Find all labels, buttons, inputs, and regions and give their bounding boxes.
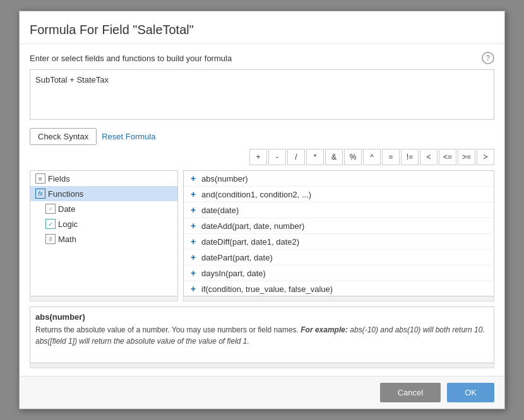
formula-input[interactable]: SubTotal + StateTax: [30, 69, 494, 120]
right-panel: +abs(number)+and(condition1, condition2,…: [183, 170, 494, 296]
function-item[interactable]: +datePart(part, date): [184, 250, 494, 265]
tree-item-label-date: Date: [58, 204, 75, 214]
right-hscroll[interactable]: [183, 296, 494, 301]
tree-item-label-fields: Fields: [48, 174, 70, 184]
function-expand-icon: +: [189, 284, 198, 294]
help-icon[interactable]: ?: [482, 52, 494, 64]
function-expand-icon: +: [189, 205, 198, 215]
function-expand-icon: +: [189, 221, 198, 231]
operator-button-[interactable]: -: [268, 149, 286, 165]
operator-button-[interactable]: %: [344, 149, 362, 165]
panels-row: ≡FieldsfxFunctions✓Date✓Logic#Math +abs(…: [30, 170, 494, 296]
function-expand-icon: +: [189, 189, 198, 199]
cancel-button[interactable]: Cancel: [380, 383, 441, 402]
function-item[interactable]: +date(date): [184, 202, 494, 218]
desc-text-before: Returns the absolute value of a number. …: [35, 325, 299, 334]
tree-item-math[interactable]: #Math: [30, 231, 177, 247]
operator-buttons: +-/*&%^=!=<<=>=>: [30, 149, 494, 165]
check-syntax-button[interactable]: Check Syntax: [30, 128, 97, 145]
tree-item-label-logic: Logic: [58, 219, 78, 229]
function-item[interactable]: +and(condition1, condition2, ...): [184, 187, 494, 202]
description-text: Returns the absolute value of a number. …: [35, 324, 489, 347]
operator-button-[interactable]: *: [306, 149, 324, 165]
tree-item-label-math: Math: [58, 235, 76, 244]
instruction-text: Enter or select fields and functions to …: [30, 54, 232, 63]
function-expand-icon: +: [189, 268, 198, 278]
ok-button[interactable]: OK: [447, 383, 494, 402]
function-label: date(date): [201, 206, 239, 215]
hash-icon: #: [45, 234, 56, 244]
function-label: dateDiff(part, date1, date2): [201, 237, 299, 247]
date-icon: ✓: [45, 204, 56, 214]
function-item[interactable]: +abs(number): [184, 171, 494, 187]
fx-icon: fx: [35, 189, 45, 199]
instruction-row: Enter or select fields and functions to …: [30, 52, 494, 64]
tree-item-label-functions: Functions: [48, 189, 83, 199]
operator-button-[interactable]: &: [325, 149, 343, 165]
button-row: Check Syntax Reset Formula: [30, 128, 494, 145]
logic-icon: ✓: [45, 219, 56, 229]
operator-button-[interactable]: =: [382, 149, 400, 165]
dialog-body: Enter or select fields and functions to …: [20, 44, 504, 376]
function-item[interactable]: +dateAdd(part, date, number): [184, 218, 494, 234]
operator-button-[interactable]: +: [249, 149, 267, 165]
function-item[interactable]: +dateDiff(part, date1, date2): [184, 234, 494, 250]
function-item[interactable]: +daysIn(part, date): [184, 265, 494, 281]
description-title: abs(number): [35, 312, 489, 322]
left-hscroll[interactable]: [30, 296, 178, 301]
left-panel: ≡FieldsfxFunctions✓Date✓Logic#Math: [30, 170, 178, 296]
operator-button-[interactable]: /: [287, 149, 305, 165]
operator-button-[interactable]: !=: [401, 149, 419, 165]
description-panel: abs(number) Returns the absolute value o…: [30, 306, 494, 363]
desc-hscroll[interactable]: [30, 363, 494, 368]
function-item[interactable]: +if(condition, true_value, false_value): [184, 281, 494, 296]
function-label: abs(number): [201, 174, 248, 184]
dialog-footer: Cancel OK: [20, 376, 504, 409]
desc-extra: abs([field 1]) will return the absolute …: [35, 337, 249, 346]
tree-item-logic[interactable]: ✓Logic: [30, 216, 177, 231]
operator-button-[interactable]: >=: [458, 149, 475, 165]
tree-item-functions[interactable]: fxFunctions: [30, 186, 177, 201]
desc-example-italic: abs(-10) and abs(10) will both return 10…: [350, 325, 484, 334]
function-expand-icon: +: [189, 236, 198, 247]
operator-button-[interactable]: >: [477, 149, 494, 165]
desc-example-label: For example:: [301, 325, 350, 334]
formula-dialog: Formula For Field "SaleTotal" Enter or s…: [19, 11, 505, 409]
operator-button-[interactable]: <: [420, 149, 438, 165]
operator-button-[interactable]: <=: [439, 149, 456, 165]
reset-formula-button[interactable]: Reset Formula: [102, 132, 155, 141]
tree-item-date[interactable]: ✓Date: [30, 201, 177, 216]
function-expand-icon: +: [189, 252, 198, 262]
operator-button-[interactable]: ^: [363, 149, 381, 165]
function-label: and(condition1, condition2, ...): [201, 190, 311, 199]
dialog-title: Formula For Field "SaleTotal": [20, 11, 504, 44]
function-label: if(condition, true_value, false_value): [201, 284, 333, 294]
function-label: dateAdd(part, date, number): [201, 221, 304, 231]
function-expand-icon: +: [189, 173, 198, 184]
function-label: daysIn(part, date): [201, 269, 266, 278]
fields-icon: ≡: [35, 173, 45, 184]
function-label: datePart(part, date): [201, 253, 273, 262]
tree-item-fields[interactable]: ≡Fields: [30, 171, 177, 186]
